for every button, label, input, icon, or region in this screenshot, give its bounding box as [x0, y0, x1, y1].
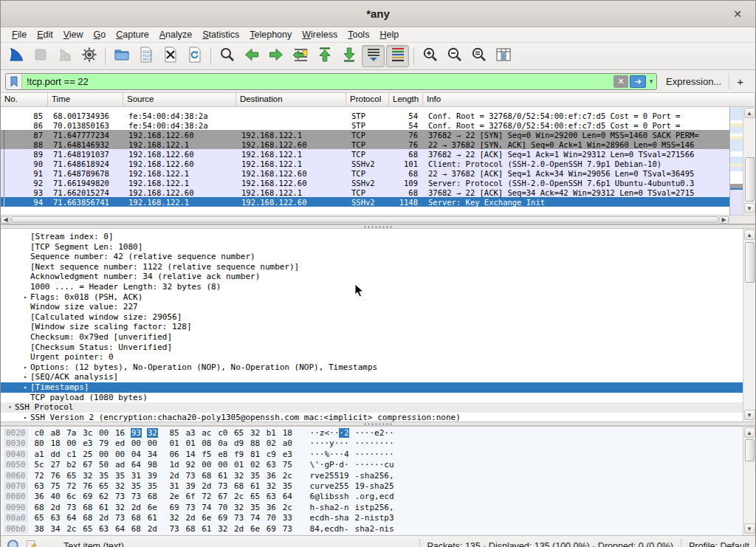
expander-closed-icon[interactable]: ▸ [21, 413, 30, 422]
save-file-button[interactable]: 010101100011 [134, 45, 157, 67]
restart-capture-button[interactable] [53, 45, 76, 67]
zoom-out-button[interactable] [443, 45, 466, 67]
reload-file-button[interactable] [183, 45, 206, 67]
packet-row-87[interactable]: 8771.647777234192.168.122.60192.168.122.… [1, 130, 729, 140]
detail-line[interactable]: [Window size scaling factor: 128] [1, 322, 743, 332]
expander-closed-icon[interactable]: ▸ [21, 292, 30, 303]
detail-line[interactable]: Urgent pointer: 0 [1, 352, 743, 362]
scroll-down-icon[interactable]: ▼ [744, 523, 755, 534]
column-header-destination[interactable]: Destination [236, 93, 346, 106]
expander-closed-icon[interactable]: ▸ [21, 382, 30, 393]
packet-row-90[interactable]: 9071.648618924192.168.122.60192.168.122.… [1, 159, 729, 168]
filter-apply-icon[interactable]: ➜ [630, 75, 646, 88]
colorize-toggle[interactable] [386, 45, 409, 67]
detail-line[interactable]: Checksum: 0x79ed [unverified] [1, 332, 743, 343]
go-back-button[interactable] [240, 45, 263, 67]
hscrollbar-thumb[interactable] [11, 216, 718, 223]
packet-row-86[interactable]: 8670.013850163fe:54:00:d4:38:2aSTP54Conf… [1, 120, 729, 130]
packet-row-93[interactable]: 9371.662015274192.168.122.60192.168.122.… [1, 188, 729, 197]
packet-list-hscrollbar[interactable]: ◀ ▶ [1, 215, 755, 224]
hex-row-0030[interactable]: 003080 18 00 e3 79 ed 00 00 01 01 08 0a … [4, 438, 743, 449]
hex-row-0060[interactable]: 006072 76 65 32 35 35 31 39 2d 73 68 61 … [4, 471, 743, 481]
expander-open-icon[interactable]: ▾ [5, 402, 15, 413]
packet-row-88[interactable]: 8871.648146932192.168.122.1192.168.122.6… [1, 140, 729, 149]
packet-row-85[interactable]: 8568.001734936fe:54:00:d4:38:2aSTP54Conf… [1, 111, 729, 120]
column-header-time[interactable]: Time [48, 93, 123, 106]
menu-tools[interactable]: Tools [343, 28, 374, 41]
go-forward-button[interactable] [264, 45, 287, 67]
menu-analyze[interactable]: Analyze [154, 28, 197, 41]
hex-row-0020[interactable]: 0020c0 a8 7a 3c 00 16 93 32 85 a3 ac c0 … [4, 428, 743, 438]
scroll-up-icon[interactable]: ▲ [744, 108, 755, 118]
find-packet-button[interactable] [216, 45, 238, 67]
scroll-down-icon[interactable]: ▼ [744, 203, 755, 213]
scroll-down-icon[interactable]: ▼ [744, 410, 755, 420]
start-capture-button[interactable] [4, 45, 27, 67]
detail-line[interactable]: ▸[SEQ/ACK analysis] [1, 372, 743, 382]
menu-edit[interactable]: Edit [32, 28, 58, 41]
scroll-up-icon[interactable]: ▲ [744, 427, 755, 438]
scrollbar-thumb[interactable] [745, 439, 755, 461]
column-header-info[interactable]: Info [423, 93, 755, 106]
column-header-protocol[interactable]: Protocol [346, 93, 389, 106]
column-header-length[interactable]: Length [389, 93, 423, 106]
capture-comment-icon[interactable] [25, 539, 37, 547]
packet-list-vscrollbar[interactable]: ▲ ▼ [743, 107, 755, 215]
go-to-packet-button[interactable] [289, 45, 312, 67]
bytes-vscrollbar[interactable]: ▲ ▼ [743, 427, 755, 535]
add-filter-button[interactable]: + [729, 73, 751, 89]
scroll-left-icon[interactable]: ◀ [1, 216, 10, 224]
hex-row-0070[interactable]: 007063 75 72 76 65 32 35 35 31 39 2d 73 … [4, 481, 743, 492]
close-file-button[interactable] [159, 45, 182, 67]
go-last-button[interactable] [337, 45, 360, 67]
detail-line[interactable]: ▸Flags: 0x018 (PSH, ACK) [1, 292, 743, 303]
detail-line[interactable]: 1000 .... = Header Length: 32 bytes (8) [1, 282, 743, 292]
detail-line[interactable]: ▸Options: (12 bytes), No-Operation (NOP)… [1, 362, 743, 373]
expression-button[interactable]: Expression... [657, 76, 729, 87]
hex-row-0050[interactable]: 00505c 27 b2 67 50 ad 64 98 1d 92 00 00 … [4, 460, 743, 470]
close-window-button[interactable]: ✕ [730, 7, 745, 21]
profile-status[interactable]: Profile: Default [689, 541, 749, 547]
detail-line[interactable]: ▸[Timestamps] [1, 382, 743, 393]
go-first-button[interactable] [313, 45, 336, 67]
hex-row-00b0[interactable]: 00b038 34 2c 65 63 64 68 2d 73 68 61 32 … [4, 524, 743, 534]
packet-row-89[interactable]: 8971.648191037192.168.122.60192.168.122.… [1, 149, 729, 159]
detail-line[interactable]: [Stream index: 0] [1, 232, 743, 242]
hex-row-0040[interactable]: 0040a1 dd c1 25 00 00 04 34 06 14 f5 e8 … [4, 450, 743, 460]
scrollbar-thumb[interactable] [745, 157, 755, 202]
auto-scroll-toggle[interactable] [362, 45, 385, 67]
detail-line[interactable]: [Next sequence number: 1122 (relative se… [1, 262, 743, 272]
detail-line[interactable]: [Calculated window size: 29056] [1, 312, 743, 323]
menu-telephony[interactable]: Telephony [244, 28, 297, 41]
detail-line[interactable]: Sequence number: 42 (relative sequence n… [1, 252, 743, 262]
zoom-in-button[interactable] [419, 45, 441, 67]
resize-columns-button[interactable] [492, 45, 515, 67]
detail-line[interactable]: ▾SSH Protocol [1, 402, 743, 413]
hex-row-0080[interactable]: 008036 40 6c 69 62 73 73 68 2e 6f 72 67 … [4, 492, 743, 502]
packet-minimap-scrollbar[interactable] [729, 107, 743, 215]
display-filter-input[interactable] [22, 74, 614, 89]
open-file-button[interactable] [110, 45, 133, 67]
detail-line[interactable]: ▸SSH Version 2 (encryption:chacha20-poly… [1, 413, 743, 422]
detail-line[interactable]: [TCP Segment Len: 1080] [1, 242, 743, 252]
detail-line[interactable]: Window size value: 227 [1, 302, 743, 312]
scroll-up-icon[interactable]: ▲ [744, 230, 755, 240]
hex-row-0090[interactable]: 009068 2d 73 68 61 32 2d 6e 69 73 74 70 … [4, 503, 743, 513]
packet-row-94[interactable]: 9471.663856741192.168.122.1192.168.122.6… [1, 197, 729, 207]
filter-bookmark-icon[interactable] [6, 74, 22, 89]
detail-line[interactable]: Acknowledgment number: 34 (relative ack … [1, 272, 743, 282]
packet-row-91[interactable]: 9171.648789678192.168.122.1192.168.122.6… [1, 168, 729, 178]
details-vscrollbar[interactable]: ▲ ▼ [743, 229, 755, 422]
menu-view[interactable]: View [58, 28, 89, 41]
menu-wireless[interactable]: Wireless [297, 28, 343, 41]
hex-row-00a0[interactable]: 00a065 63 64 68 2d 73 68 61 32 2d 6e 69 … [4, 513, 743, 523]
column-header-no[interactable]: No. [1, 93, 48, 106]
zoom-100-button[interactable] [467, 45, 490, 67]
expert-info-icon[interactable] [7, 539, 19, 547]
menu-statistics[interactable]: Statistics [197, 28, 244, 41]
scroll-right-icon[interactable]: ▶ [719, 216, 729, 224]
packet-row-92[interactable]: 9271.661949820192.168.122.1192.168.122.6… [1, 178, 729, 188]
menu-go[interactable]: Go [89, 28, 111, 41]
menu-help[interactable]: Help [374, 28, 404, 41]
menu-capture[interactable]: Capture [111, 28, 154, 41]
